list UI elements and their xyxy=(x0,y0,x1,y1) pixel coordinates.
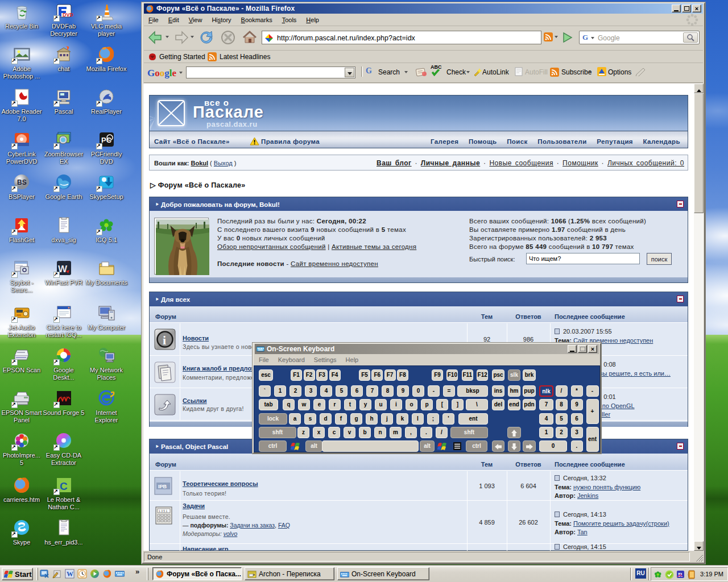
svg-text:BS: BS xyxy=(17,178,27,186)
svg-text:i: i xyxy=(163,333,166,347)
svg-text:C: C xyxy=(60,480,68,492)
svg-text:DVD: DVD xyxy=(63,12,73,18)
svg-text:W: W xyxy=(67,570,73,578)
svg-text:IPB: IPB xyxy=(158,484,167,489)
svg-text:1 3 5 1: 1 3 5 1 xyxy=(159,509,168,513)
